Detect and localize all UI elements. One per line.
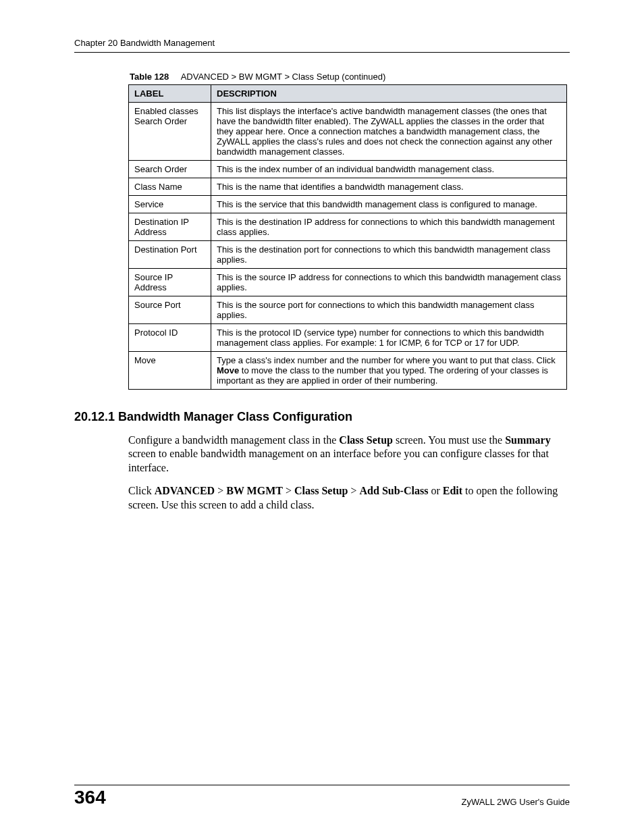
p2-b5: Edit xyxy=(443,485,462,496)
p1-b2: Summary xyxy=(505,434,551,446)
col-label-header: LABEL xyxy=(129,85,211,103)
p2-b3: Class Setup xyxy=(294,485,348,496)
body-text: Configure a bandwidth management class i… xyxy=(128,434,560,512)
p2-b2: BW MGMT xyxy=(226,485,283,496)
definitions-table: LABEL DESCRIPTION Enabled classes Search… xyxy=(128,84,567,390)
page-number: 364 xyxy=(74,788,106,807)
p1-mid1: screen. You must use the xyxy=(393,434,505,446)
table-row: Protocol ID This is the protocol ID (ser… xyxy=(129,324,567,352)
section-heading: 20.12.1 Bandwidth Manager Class Configur… xyxy=(74,410,570,424)
col-description-header: DESCRIPTION xyxy=(211,85,567,103)
page-footer: 364 ZyWALL 2WG User's Guide xyxy=(74,785,570,807)
table-row: Source Port This is the source port for … xyxy=(129,296,567,324)
p1-b1: Class Setup xyxy=(339,434,393,446)
cell-label: Source Port xyxy=(129,296,211,324)
header-rule xyxy=(74,52,570,53)
paragraph-1: Configure a bandwidth management class i… xyxy=(128,434,560,475)
table-caption-label: Table 128 xyxy=(130,72,169,82)
table-caption-path: ADVANCED > BW MGMT > Class Setup (contin… xyxy=(181,72,386,82)
p1-post: screen to enable bandwidth management on… xyxy=(128,448,549,473)
paragraph-2: Click ADVANCED > BW MGMT > Class Setup >… xyxy=(128,484,560,512)
table-row: Enabled classes Search Order This list d… xyxy=(129,103,567,161)
cell-label: Protocol ID xyxy=(129,324,211,352)
table-caption: Table 128 ADVANCED > BW MGMT > Class Set… xyxy=(130,72,570,82)
move-desc-bold: Move xyxy=(217,365,239,375)
cell-label: Move xyxy=(129,352,211,390)
cell-label: Service xyxy=(129,196,211,213)
p2-b4: Add Sub-Class xyxy=(360,485,429,496)
cell-desc: This is the name that identifies a bandw… xyxy=(211,178,567,196)
table-row: Class Name This is the name that identif… xyxy=(129,178,567,196)
cell-label: Search Order xyxy=(129,161,211,178)
cell-desc: This is the index number of an individua… xyxy=(211,161,567,178)
table-row: Service This is the service that this ba… xyxy=(129,196,567,213)
move-desc-post: to move the class to the number that you… xyxy=(217,365,548,386)
cell-label: Class Name xyxy=(129,178,211,196)
p2-b1: ADVANCED xyxy=(155,485,215,496)
running-header: Chapter 20 Bandwidth Management xyxy=(74,38,570,48)
p2-s4: or xyxy=(428,485,442,496)
p2-s3: > xyxy=(348,485,360,496)
table-row: Destination IP Address This is the desti… xyxy=(129,213,567,241)
guide-name: ZyWALL 2WG User's Guide xyxy=(462,797,570,807)
p2-s1: > xyxy=(215,485,226,496)
cell-label: Destination IP Address xyxy=(129,213,211,241)
cell-desc: Type a class's index number and the numb… xyxy=(211,352,567,390)
cell-desc: This is the service that this bandwidth … xyxy=(211,196,567,213)
cell-desc: This is the destination IP address for c… xyxy=(211,213,567,241)
table-row: Source IP Address This is the source IP … xyxy=(129,269,567,296)
cell-desc: This is the protocol ID (service type) n… xyxy=(211,324,567,352)
p1-pre: Configure a bandwidth management class i… xyxy=(128,434,339,446)
table-header-row: LABEL DESCRIPTION xyxy=(129,85,567,103)
cell-label: Enabled classes Search Order xyxy=(129,103,211,161)
page: Chapter 20 Bandwidth Management Table 12… xyxy=(0,0,644,834)
table-row: Move Type a class's index number and the… xyxy=(129,352,567,390)
cell-desc: This is the source IP address for connec… xyxy=(211,269,567,296)
move-desc-pre: Type a class's index number and the numb… xyxy=(217,355,556,365)
table-block: Table 128 ADVANCED > BW MGMT > Class Set… xyxy=(128,72,570,390)
footer-rule xyxy=(74,785,570,785)
cell-label: Source IP Address xyxy=(129,269,211,296)
table-row: Search Order This is the index number of… xyxy=(129,161,567,178)
cell-desc: This is the destination port for connect… xyxy=(211,241,567,269)
table-row: Destination Port This is the destination… xyxy=(129,241,567,269)
cell-desc: This is the source port for connections … xyxy=(211,296,567,324)
cell-desc: This list displays the interface's activ… xyxy=(211,103,567,161)
cell-label: Destination Port xyxy=(129,241,211,269)
p2-pre: Click xyxy=(128,485,155,496)
p2-s2: > xyxy=(283,485,294,496)
